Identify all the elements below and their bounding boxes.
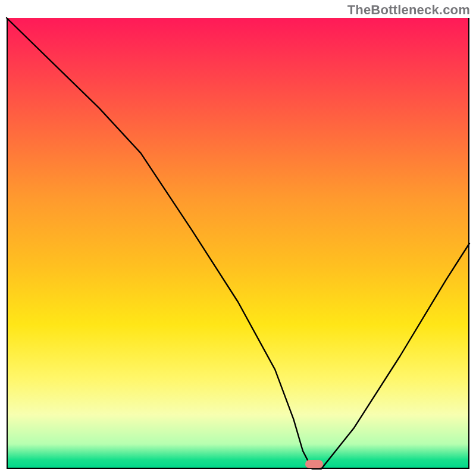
bottleneck-curve [7, 18, 469, 469]
plot-area [7, 18, 469, 469]
optimal-point-marker [305, 460, 323, 468]
watermark-text: TheBottleneck.com [347, 2, 470, 18]
